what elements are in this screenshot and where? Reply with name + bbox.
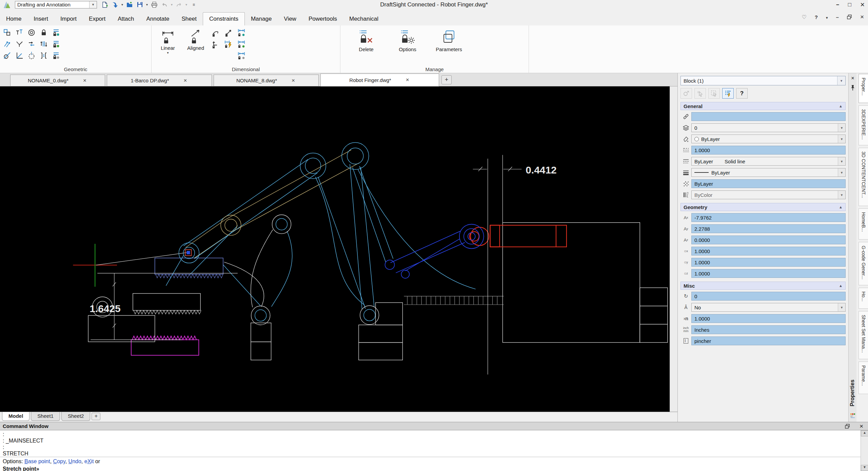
angular-constraint-icon[interactable] (211, 28, 220, 37)
tab-annotate[interactable]: Annotate (140, 13, 175, 25)
command-scrollbar[interactable]: ▲ ▼ (861, 430, 868, 471)
selection-type-dropdown[interactable]: Block (1) ▾ (680, 76, 846, 85)
linear-dimension-button[interactable]: Linear ▾ (156, 27, 180, 60)
quick-properties-toggle[interactable] (722, 88, 734, 99)
tab-powertools[interactable]: Powertools (302, 13, 343, 25)
linetype-scale-field[interactable]: 1.0000 (691, 146, 846, 155)
constraint-tangent-icon[interactable] (3, 51, 12, 60)
chevron-down-icon[interactable]: ▾ (121, 3, 123, 6)
constraint-vertical-points-icon[interactable] (15, 28, 24, 37)
line-weight-dropdown[interactable]: ByLayer▾ (691, 168, 846, 177)
close-tab-icon[interactable] (405, 77, 410, 83)
add-sheet-button[interactable]: + (92, 413, 100, 420)
chevron-down-icon[interactable]: ▾ (838, 303, 845, 311)
chevron-down-icon[interactable]: ▾ (838, 135, 845, 143)
document-tab-barco[interactable]: 1-Barco DP.dwg* (107, 75, 212, 86)
collapse-icon[interactable]: ▲ (839, 104, 843, 108)
tab-view[interactable]: View (278, 13, 302, 25)
aligned-dimension-button[interactable]: Aligned (183, 27, 208, 60)
position-z-field[interactable]: 0.0000 (691, 236, 846, 244)
constraint-vertical-icon[interactable] (39, 40, 48, 48)
canvas-scrollbar[interactable] (670, 86, 677, 412)
tab-mechanical[interactable]: Mechanical (343, 13, 384, 25)
tab-home[interactable]: Home (0, 13, 27, 25)
position-y-field[interactable]: 2.2788 (691, 224, 846, 233)
constraint-lock-lines-icon[interactable] (52, 28, 60, 37)
collapse-icon[interactable]: ▲ (839, 205, 843, 209)
line-style-dropdown[interactable]: ByLayerSolid line▾ (691, 157, 846, 166)
tab-constraints[interactable]: Constraints (203, 12, 245, 25)
document-tab-noname0[interactable]: NONAME_0.dwg* (10, 75, 105, 86)
option-base-point[interactable]: Base point (24, 458, 50, 464)
distance-constraint-gray-icon[interactable] (237, 51, 246, 60)
tab-insert[interactable]: Insert (27, 13, 54, 25)
chevron-down-icon[interactable] (826, 14, 828, 20)
distance-constraint-green-icon[interactable] (237, 40, 246, 48)
palette-tab-home[interactable]: Ho... (859, 288, 868, 309)
document-tab-robot-finger[interactable]: Robot Finger.dwg* (320, 74, 439, 86)
scroll-down-icon[interactable]: ▼ (861, 465, 868, 471)
angular-constraint-alt-icon[interactable] (224, 28, 233, 37)
help-button[interactable] (736, 88, 748, 99)
chevron-down-icon[interactable]: ▾ (167, 52, 169, 54)
pin-icon[interactable] (850, 85, 855, 91)
constraint-tangent2-icon[interactable] (15, 40, 24, 48)
scroll-up-icon[interactable]: ▲ (861, 430, 868, 436)
chevron-down-icon[interactable]: ▾ (837, 76, 845, 85)
float-panel-icon[interactable] (845, 424, 850, 429)
scale-z-field[interactable]: 1.0000 (691, 269, 846, 278)
smart-dimension-icon[interactable] (224, 40, 233, 48)
constraint-coincident-icon[interactable] (3, 28, 12, 37)
chevron-down-icon[interactable]: ▾ (146, 3, 148, 6)
command-prompt[interactable]: Stretch point» (3, 466, 39, 471)
palette-tab-properties[interactable]: Proper... (859, 74, 868, 103)
palette-tab-homebyme[interactable]: HomeB... (859, 208, 868, 240)
constraint-equal-icon[interactable] (39, 51, 48, 60)
chevron-down-icon[interactable]: ▾ (838, 168, 845, 177)
constraint-lock-lines-green-icon[interactable] (52, 40, 60, 48)
command-window-header[interactable]: Command Window (0, 422, 868, 430)
constraint-symmetric-icon[interactable] (27, 51, 36, 60)
sheet-tab-sheet2[interactable]: Sheet2 (61, 412, 91, 421)
new-document-icon[interactable] (101, 1, 108, 8)
maximize-window-icon[interactable] (848, 1, 851, 8)
collapse-icon[interactable]: ▲ (839, 284, 843, 288)
layer-dropdown[interactable]: 0▾ (691, 123, 846, 132)
close-panel-icon[interactable] (849, 75, 857, 81)
close-tab-icon[interactable] (82, 77, 87, 84)
document-tab-noname8[interactable]: NONAME_8.dwg* (214, 75, 319, 86)
constraint-fix-icon[interactable] (39, 28, 48, 37)
units-field[interactable]: Inches (691, 325, 846, 334)
constraint-lock-lines-gray-icon[interactable] (52, 51, 60, 60)
palette-tab-3d-contentcentral[interactable]: 3D CONTENTCENT... (859, 148, 868, 206)
scale-y-field[interactable]: 1.0000 (691, 258, 846, 267)
palette-tab-sheet-set-manager[interactable]: Sheet Set Mana... (859, 311, 868, 359)
drawing-canvas[interactable]: 1.6425 0.4412 (0, 86, 670, 412)
constraint-colinear-icon[interactable] (27, 40, 36, 48)
constraint-concentric-icon[interactable] (27, 28, 36, 37)
tab-import[interactable]: Import (54, 13, 83, 25)
unit-factor-field[interactable]: 1.0000 (691, 314, 846, 323)
close-tab-icon[interactable] (291, 77, 296, 84)
palette-tab-3dexperience[interactable]: 3DEXPERIE... (859, 105, 868, 145)
distance-constraint-teal-icon[interactable] (237, 28, 246, 37)
close-command-window-icon[interactable] (860, 423, 863, 430)
section-geometry[interactable]: Geometry ▲ (680, 203, 846, 211)
minimize-window-icon[interactable] (836, 2, 839, 8)
tab-manage[interactable]: Manage (245, 13, 278, 25)
workspace-selector[interactable]: Drafting and Annotation ▾ (15, 1, 97, 8)
close-document-icon[interactable] (860, 13, 864, 21)
minimize-ribbon-icon[interactable] (836, 14, 839, 20)
annotative-dropdown[interactable]: No▾ (691, 303, 846, 312)
section-general[interactable]: General ▲ (680, 102, 846, 110)
option-exit[interactable]: eXit (84, 458, 94, 464)
line-color-dropdown[interactable]: ByLayer▾ (691, 135, 846, 143)
chevron-down-icon[interactable]: ▾ (838, 157, 845, 165)
open-icon[interactable] (126, 1, 133, 8)
close-tab-icon[interactable] (183, 77, 188, 84)
rotation-constraint-icon[interactable] (211, 40, 220, 48)
constraint-perpendicular-icon[interactable] (15, 51, 24, 60)
sheet-tab-model[interactable]: Model (2, 412, 29, 421)
delete-constraint-button[interactable]: Delete (351, 27, 382, 52)
command-history[interactable]: : : _MAINSELECT : STRETCH (0, 430, 861, 457)
